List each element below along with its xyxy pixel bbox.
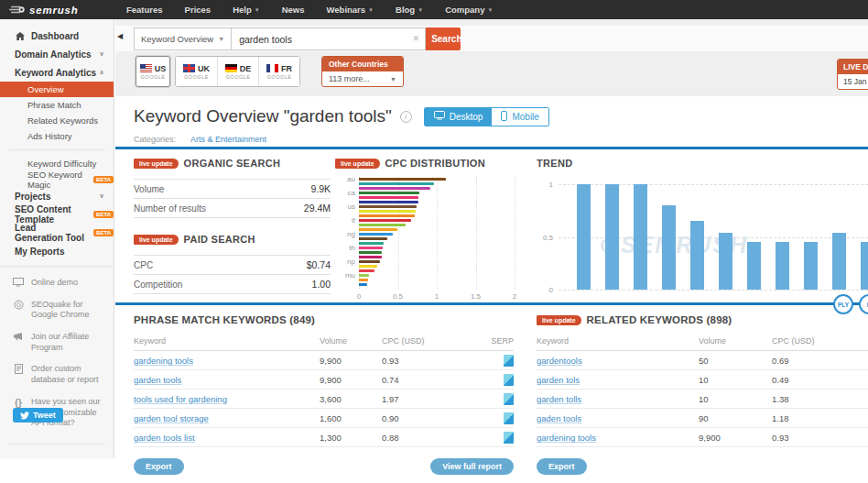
sidebar-item-seo-keyword-magic[interactable]: SEO Keyword MagicBETA (0, 171, 114, 187)
live-data-widget[interactable]: LIVE DATA 15 Jan (837, 59, 868, 90)
sidebar-tool-seoquake-for-google-chrome[interactable]: GSEOquake for Google Chrome (0, 294, 114, 326)
app-window: semrush FeaturesPricesHelp▼NewsWebinars▼… (0, 0, 868, 483)
serp-icon[interactable] (504, 393, 514, 405)
sidebar-item-seo-content-template[interactable]: SEO Content TemplateBETA (0, 205, 114, 224)
nav-item-webinars[interactable]: Webinars▼ (327, 5, 374, 15)
sidebar-divider (9, 444, 104, 445)
nav-item-prices[interactable]: Prices (185, 5, 212, 15)
country-code: UK (198, 64, 210, 73)
serp-icon[interactable] (504, 355, 514, 367)
stat-value: 9.9K (310, 183, 331, 194)
y-tick-label: us (335, 204, 355, 209)
nav-item-company[interactable]: Company▼ (445, 5, 493, 15)
y-tick-label: mu (335, 273, 355, 278)
view-full-report-button[interactable]: View full report (430, 458, 514, 475)
sidebar-item-related-keywords[interactable]: Related Keywords (0, 113, 114, 128)
page-header: Keyword Overview "garden tools" i Deskto… (134, 106, 549, 126)
nav-item-help[interactable]: Help▼ (233, 5, 260, 15)
stat-label: Competition (134, 280, 182, 290)
related-keywords-title: RELATED KEYWORDS (898) (587, 314, 732, 325)
cpc-value: 0.93 (772, 433, 868, 443)
tweet-button[interactable]: Tweet (13, 408, 63, 423)
sidebar-item-domain-analytics[interactable]: Domain Analytics∨ (0, 45, 114, 63)
device-toggle-desktop[interactable]: Desktop (425, 108, 493, 126)
keyword-link[interactable]: gardentools (537, 356, 699, 366)
twitter-bird-icon (20, 412, 29, 420)
sidebar-tool-join-our-affiliate-program[interactable]: Join our Affiliate Program (0, 326, 114, 358)
sidebar-item-projects[interactable]: Projects∨ (0, 187, 114, 205)
cpc-bar (359, 182, 434, 186)
sidebar-item-ads-history[interactable]: Ads History (0, 128, 114, 144)
keyword-link[interactable]: garden tool storage (134, 413, 320, 423)
keyword-link[interactable]: garden tools (134, 375, 320, 385)
chevron-down-icon: ▼ (368, 7, 374, 13)
sidebar-item-lead-generation-tool[interactable]: Lead Generation ToolBETA (0, 224, 114, 242)
sidebar-item-dashboard[interactable]: Dashboard (0, 27, 114, 45)
table-row: gaden tools901.18 (537, 409, 868, 428)
column-header: Keyword (537, 336, 699, 346)
device-toggle-mobile[interactable]: Mobile (492, 108, 548, 126)
keyword-link[interactable]: gaden tools (537, 413, 699, 423)
country-tab-us[interactable]: US GOOGLE (136, 56, 170, 87)
nav-item-news[interactable]: News (282, 5, 305, 15)
volume-value: 10 (699, 375, 772, 385)
search-button[interactable]: Search (426, 27, 461, 50)
other-countries-dropdown[interactable]: Other Countries 113 more... ▼ (321, 56, 404, 87)
nav-item-features[interactable]: Features (126, 5, 163, 15)
sidebar: DashboardDomain Analytics∨Keyword Analyt… (0, 19, 114, 458)
keyword-link[interactable]: garden tols (537, 375, 699, 385)
sidebar-tool-label: Online demo (31, 278, 112, 289)
sidebar-item-overview[interactable]: Overview (0, 82, 114, 97)
serp-icon[interactable] (504, 374, 514, 386)
volume-value: 9,900 (699, 433, 772, 443)
sidebar-item-keyword-analytics[interactable]: Keyword Analytics∧ (0, 63, 114, 82)
keyword-link[interactable]: garden tolls (537, 394, 699, 404)
y-tick-label: ng (335, 232, 355, 236)
table-row: tools used for gardening3,6001.97 (134, 390, 514, 409)
export-button[interactable]: Export (134, 458, 184, 475)
sidebar-item-label: Ads History (27, 131, 72, 141)
keyword-link[interactable]: gardening tools (134, 356, 320, 366)
keyword-link[interactable]: gardening tools (537, 433, 699, 443)
trend-bar (832, 233, 846, 290)
cpc-bar (359, 251, 382, 255)
country-selector: US GOOGLE UKGOOGLEDEGOOGLEFRGOOGLE Other… (136, 56, 404, 87)
sidebar-tool-online-demo[interactable]: Online demo (0, 272, 114, 294)
trend-bar (719, 233, 732, 290)
trend-bar (776, 242, 789, 290)
cpc-bar (359, 187, 430, 191)
keyword-link[interactable]: garden tools list (134, 433, 320, 443)
category-link[interactable]: Arts & Entertainment (190, 135, 266, 144)
serp-icon[interactable] (504, 432, 514, 444)
clear-search-icon[interactable]: × (413, 32, 420, 44)
info-icon[interactable]: i (400, 111, 412, 123)
sidebar-collapse-icon[interactable]: ◀ (117, 32, 123, 40)
country-tab-uk[interactable]: UKGOOGLE (176, 57, 217, 86)
sidebar-item-my-reports[interactable]: My Reports (0, 242, 114, 260)
phrase-match-header: KeywordVolumeCPC (USD)SERP (134, 331, 514, 351)
y-tick-label: 0 (537, 286, 553, 294)
country-tab-fr[interactable]: FRGOOGLE (258, 57, 299, 86)
country-tab-de[interactable]: DEGOOGLE (217, 57, 258, 86)
nav-item-blog[interactable]: Blog▼ (396, 5, 423, 15)
megaphone-icon (13, 332, 24, 353)
chevron-down-icon: ▼ (418, 7, 423, 13)
cpc-bar (359, 283, 367, 287)
y-tick-label: ca (335, 191, 355, 195)
column-header: SERP (477, 336, 514, 346)
keyword-link[interactable]: tools used for gardening (134, 394, 320, 404)
nav-item-label: Webinars (327, 5, 366, 15)
cpc-value: 1.18 (772, 413, 868, 423)
export-button[interactable]: Export (537, 458, 587, 475)
floating-widget-badge[interactable]: PLY (833, 294, 853, 314)
serp-icon[interactable] (504, 412, 514, 424)
cpc-bar (359, 256, 382, 259)
sidebar-item-phrase-match[interactable]: Phrase Match (0, 97, 114, 113)
cpc-bar (359, 233, 393, 236)
semrush-logo[interactable]: semrush (0, 5, 112, 16)
search-input-wrap: × (232, 27, 426, 50)
search-input[interactable] (232, 28, 406, 49)
sidebar-tool-order-custom-database-or-repor[interactable]: Order custom database or report (0, 358, 114, 390)
report-scope-select[interactable]: Keyword Overview ▼ (134, 27, 232, 50)
cpc-distribution-chart: 00.511.52aucausitngthnpmu (335, 177, 535, 305)
